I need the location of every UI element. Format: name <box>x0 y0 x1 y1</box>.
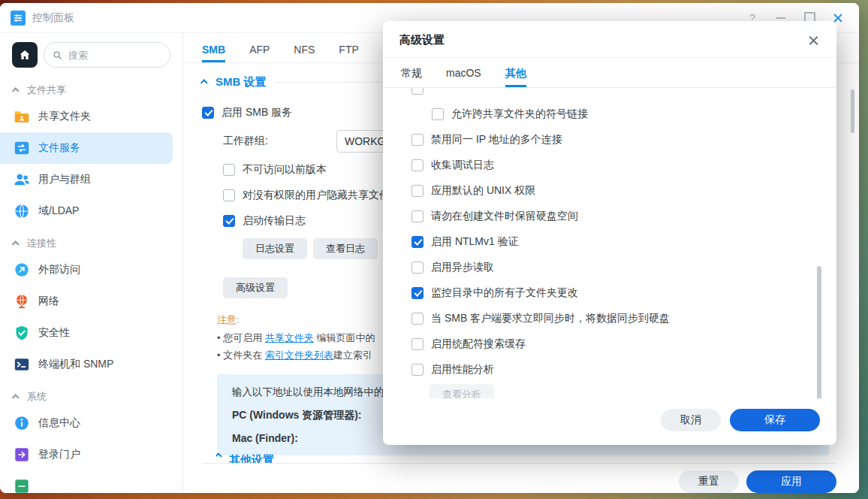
indexed-folder-list-link[interactable]: 索引文件夹列表 <box>265 349 333 361</box>
sidebar-item-label: 文件服务 <box>38 141 80 155</box>
sidebar-section-system[interactable]: 系统 <box>0 380 182 407</box>
sidebar-item-login-portal[interactable]: 登录门户 <box>0 439 173 470</box>
tab-smb[interactable]: SMB <box>202 44 225 62</box>
sidebar-item-info-center[interactable]: 信息中心 <box>0 407 173 439</box>
search-box[interactable] <box>44 42 170 68</box>
save-button[interactable]: 保存 <box>730 409 820 431</box>
collapse-chevron-icon <box>216 453 222 460</box>
checkbox[interactable] <box>411 134 423 146</box>
sidebar-item-users-groups[interactable]: 用户与群组 <box>0 164 173 195</box>
dialog-title: 高级设置 <box>399 33 445 47</box>
tab-nfs[interactable]: NFS <box>294 44 315 62</box>
cancel-button[interactable]: 取消 <box>661 409 721 431</box>
workgroup-label: 工作群组: <box>223 135 336 148</box>
view-analysis-button[interactable]: 查看分析 <box>429 384 494 398</box>
checkbox[interactable] <box>202 107 214 119</box>
advanced-settings-button[interactable]: 高级设置 <box>223 277 288 298</box>
sidebar-item-clipped[interactable] <box>0 470 173 493</box>
external-access-icon <box>14 262 30 278</box>
checkbox[interactable] <box>411 262 423 274</box>
sidebar-item-label: 信息中心 <box>38 416 80 430</box>
reset-button[interactable]: 重置 <box>679 470 739 493</box>
tab-ftp[interactable]: FTP <box>339 44 358 62</box>
security-shield-icon <box>14 325 30 341</box>
checkbox[interactable] <box>411 236 423 248</box>
option-row[interactable]: 禁用同一 IP 地址的多个连接 <box>411 127 818 153</box>
sidebar-item-domain-ldap[interactable]: 域/LDAP <box>0 195 173 227</box>
option-row[interactable]: 收集调试日志 <box>411 153 818 178</box>
clipped-section-header[interactable]: 其他设置 <box>216 453 274 463</box>
checkbox[interactable] <box>411 313 423 325</box>
option-row[interactable]: 启用 NTLMv1 验证 <box>411 229 818 255</box>
apply-button[interactable]: 应用 <box>746 470 836 493</box>
sidebar-item-network[interactable]: 网络 <box>0 286 173 317</box>
option-row[interactable]: 当 SMB 客户端要求立即同步时，将数据同步到硬盘 <box>411 306 818 331</box>
tab-afp[interactable]: AFP <box>249 44 270 62</box>
sidebar-section-connectivity[interactable]: 连接性 <box>0 227 182 254</box>
checkbox[interactable] <box>223 164 235 176</box>
close-icon[interactable] <box>806 34 820 47</box>
dialog-scrollbar-thumb[interactable] <box>817 266 821 398</box>
domain-ldap-icon <box>14 203 30 219</box>
clipped-item-icon <box>14 478 30 493</box>
checkbox[interactable] <box>411 364 423 376</box>
sidebar-item-file-services[interactable]: 文件服务 <box>0 132 173 164</box>
checkbox-label: 启动传输日志 <box>243 214 306 228</box>
view-log-button[interactable]: 查看日志 <box>313 238 378 259</box>
tab-macos[interactable]: macOS <box>446 67 481 87</box>
checkbox[interactable] <box>411 88 423 95</box>
sidebar-item-label: 用户与群组 <box>38 173 91 186</box>
network-icon <box>14 293 30 310</box>
dialog-tab-bar: 常规 macOS 其他 <box>383 58 836 88</box>
option-row[interactable]: 监控目录中的所有子文件夹更改 <box>411 280 818 306</box>
home-icon <box>18 48 32 62</box>
checkbox-label: 不可访问以前版本 <box>243 163 327 177</box>
sidebar-item-label: 登录门户 <box>38 448 80 461</box>
terminal-icon <box>14 356 30 373</box>
checkbox[interactable] <box>411 338 423 350</box>
option-row[interactable]: 应用默认的 UNIX 权限 <box>411 178 818 204</box>
clipped-option-row[interactable] <box>411 88 818 101</box>
checkbox-label: 当 SMB 客户端要求立即同步时，将数据同步到硬盘 <box>431 312 670 325</box>
checkbox-label: 启用性能分析 <box>431 363 494 377</box>
sidebar-section-file-sharing[interactable]: 文件共享 <box>0 74 182 101</box>
section-title: SMB 设置 <box>215 75 267 89</box>
option-row[interactable]: 启用异步读取 <box>411 255 818 280</box>
checkbox-label: 允许跨共享文件夹的符号链接 <box>451 107 588 121</box>
option-row[interactable]: 启用统配符搜索缓存 <box>411 331 818 357</box>
shared-folder-link[interactable]: 共享文件夹 <box>265 332 314 343</box>
checkbox[interactable] <box>411 159 423 171</box>
search-input[interactable] <box>68 50 162 61</box>
home-button[interactable] <box>12 42 38 68</box>
option-row[interactable]: 允许跨共享文件夹的符号链接 <box>432 101 818 127</box>
file-services-icon <box>14 140 30 156</box>
checkbox-label: 对没有权限的用户隐藏共享文件夹 <box>243 189 400 202</box>
info-icon <box>14 415 30 431</box>
sidebar-item-label: 共享文件夹 <box>38 110 91 123</box>
tab-others[interactable]: 其他 <box>505 67 526 87</box>
sidebar-item-label: 域/LDAP <box>38 204 79 218</box>
log-settings-button[interactable]: 日志设置 <box>243 238 307 259</box>
checkbox[interactable] <box>411 210 423 222</box>
option-row[interactable]: 请勿在创建文件时保留硬盘空间 <box>411 204 818 229</box>
dialog-body: 允许跨共享文件夹的符号链接 禁用同一 IP 地址的多个连接 收集调试日志 应用默… <box>383 88 836 398</box>
checkbox[interactable] <box>432 108 444 120</box>
checkbox[interactable] <box>223 215 235 227</box>
checkbox[interactable] <box>411 287 423 299</box>
sidebar-item-terminal-snmp[interactable]: 终端机和 SNMP <box>0 349 173 380</box>
sidebar-item-label: 网络 <box>38 295 59 308</box>
chevron-up-icon <box>12 87 20 95</box>
tab-general[interactable]: 常规 <box>401 67 422 87</box>
section-label: 系统 <box>27 390 47 404</box>
checkbox-label: 启用异步读取 <box>431 261 494 274</box>
checkbox[interactable] <box>411 185 423 197</box>
sidebar-item-shared-folder[interactable]: 共享文件夹 <box>0 101 173 132</box>
chevron-up-icon <box>12 394 20 401</box>
main-footer: 重置 应用 <box>679 470 836 493</box>
chevron-up-icon <box>12 240 20 248</box>
option-row[interactable]: 启用性能分析 <box>411 357 818 383</box>
main-scrollbar-thumb[interactable] <box>851 89 854 133</box>
sidebar-item-external-access[interactable]: 外部访问 <box>0 254 173 286</box>
sidebar-item-security[interactable]: 安全性 <box>0 317 173 349</box>
checkbox[interactable] <box>223 189 235 201</box>
